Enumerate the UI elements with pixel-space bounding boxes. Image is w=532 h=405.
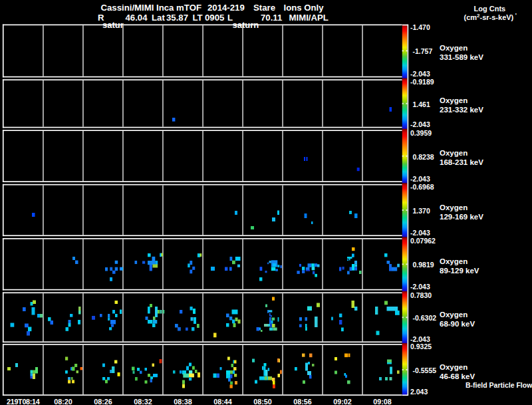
svg-text:0.7830: 0.7830 (410, 291, 432, 299)
svg-text:08:20: 08:20 (54, 398, 72, 405)
svg-text:08:44: 08:44 (213, 398, 232, 405)
svg-text:-0.5555: -0.5555 (413, 366, 437, 374)
svg-text:0.9819: 0.9819 (413, 261, 434, 269)
svg-text:Oxygen: Oxygen (440, 203, 467, 211)
svg-text:-0.6968: -0.6968 (410, 183, 434, 191)
svg-text:saturn: saturn (233, 20, 259, 30)
svg-text:08:50: 08:50 (253, 398, 272, 405)
svg-text:-2.043: -2.043 (410, 70, 430, 78)
svg-text:2.043: 2.043 (410, 388, 428, 396)
svg-text:-0.6302: -0.6302 (413, 314, 437, 322)
svg-text:-2.043: -2.043 (410, 229, 430, 237)
svg-text:0.3959: 0.3959 (410, 129, 432, 137)
svg-text:08:32: 08:32 (134, 398, 152, 405)
svg-text:0.9325: 0.9325 (410, 342, 432, 350)
svg-text:129-169 keV: 129-169 keV (440, 213, 483, 221)
svg-text:B-field Particle Flow: B-field Particle Flow (466, 381, 532, 389)
svg-text:46-68 keV: 46-68 keV (440, 372, 475, 380)
svg-text:2014-219: 2014-219 (207, 3, 245, 13)
svg-text:46.04: 46.04 (126, 13, 148, 23)
svg-text:89-129 keV: 89-129 keV (440, 267, 479, 275)
svg-text:09:02: 09:02 (333, 398, 352, 405)
svg-text:Log Cnts: Log Cnts (474, 5, 506, 13)
svg-text:35.87: 35.87 (166, 13, 188, 23)
svg-text:-2.043: -2.043 (410, 120, 430, 128)
svg-text:Oxygen: Oxygen (440, 44, 467, 52)
svg-text:Stare: Stare (253, 3, 275, 13)
svg-text:09:08: 09:08 (373, 398, 392, 405)
svg-text:68-90 keV: 68-90 keV (440, 320, 475, 328)
svg-text:-2.043: -2.043 (410, 283, 430, 291)
svg-text:(cm2-sr-s-keV) ': (cm2-sr-s-keV) ' (464, 12, 517, 21)
svg-text:331-589 keV: 331-589 keV (440, 53, 483, 61)
svg-text:0905: 0905 (205, 13, 224, 23)
svg-text:08:38: 08:38 (174, 398, 192, 405)
svg-text:-1.470: -1.470 (410, 23, 430, 31)
svg-text:Oxygen: Oxygen (440, 311, 467, 319)
svg-text:Cassini/MIMI Inca mTOF: Cassini/MIMI Inca mTOF (101, 3, 201, 13)
svg-text:satur: satur (102, 20, 124, 30)
svg-text:Oxygen: Oxygen (440, 257, 467, 265)
svg-text:-1.757: -1.757 (413, 47, 433, 55)
svg-text:219T08:14: 219T08:14 (7, 398, 40, 405)
svg-text:70.11: 70.11 (261, 13, 282, 23)
svg-text:1.461: 1.461 (413, 100, 430, 108)
svg-text:1.370: 1.370 (413, 207, 430, 215)
svg-text:Oxygen: Oxygen (440, 96, 467, 104)
svg-text:MIMI/APL: MIMI/APL (289, 13, 329, 23)
svg-text:-0.9189: -0.9189 (410, 78, 434, 86)
svg-text:0.07962: 0.07962 (410, 237, 436, 245)
svg-text:0.8238: 0.8238 (413, 153, 434, 161)
svg-text:08:56: 08:56 (293, 398, 312, 405)
svg-text:Oxygen: Oxygen (440, 363, 467, 371)
svg-text:08:26: 08:26 (94, 398, 112, 405)
svg-text:231-332 keV: 231-332 keV (440, 106, 483, 114)
svg-text:LT: LT (193, 13, 203, 23)
svg-text:168-231 keV: 168-231 keV (440, 158, 483, 166)
svg-text:Lat: Lat (152, 13, 165, 23)
svg-text:-2.043: -2.043 (410, 175, 430, 183)
svg-text:-2.043: -2.043 (410, 335, 430, 343)
svg-text:Oxygen: Oxygen (440, 149, 467, 157)
svg-text:Ions Only: Ions Only (284, 3, 325, 13)
